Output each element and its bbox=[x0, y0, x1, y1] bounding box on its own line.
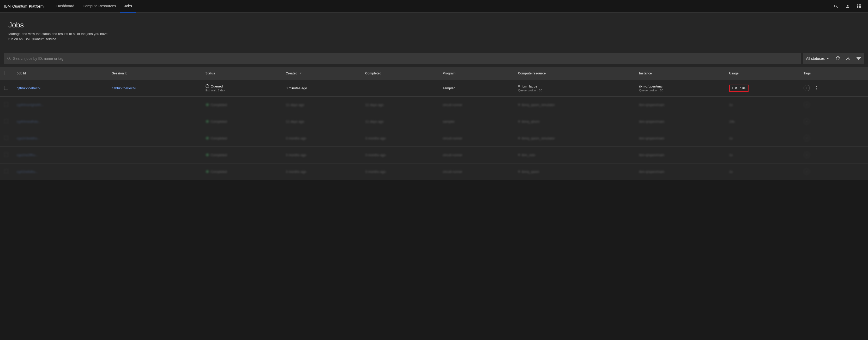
cr-name-text: ibm_oslo bbox=[522, 153, 535, 157]
row-select-cell[interactable] bbox=[0, 80, 12, 96]
nav-jobs[interactable]: Jobs bbox=[120, 0, 136, 12]
select-all-checkbox[interactable] bbox=[4, 71, 8, 75]
add-tag-button[interactable]: + bbox=[804, 85, 810, 91]
select-all-header[interactable] bbox=[0, 67, 12, 80]
row-checkbox[interactable] bbox=[4, 169, 8, 173]
filter-icon bbox=[857, 56, 861, 61]
cr-status-dot bbox=[518, 85, 520, 87]
add-tag-button[interactable]: + bbox=[804, 102, 810, 108]
row-program: sampler bbox=[438, 113, 514, 130]
row-compute-resource: ibmq_qhorn bbox=[514, 113, 635, 130]
col-usage-label: Usage bbox=[729, 72, 739, 75]
completed-icon bbox=[206, 153, 209, 157]
svg-rect-6 bbox=[857, 7, 858, 8]
usage-value: 19s bbox=[729, 120, 735, 123]
status-filter-dropdown[interactable]: All statuses bbox=[803, 53, 833, 64]
row-job-id: cg4hhneafhdu... bbox=[12, 113, 108, 130]
instance-queue: Queue position: 50 bbox=[639, 89, 721, 92]
cr-status-dot bbox=[518, 104, 520, 106]
row-created: 11 days ago bbox=[282, 96, 361, 113]
col-compute-resource: Compute resource bbox=[514, 67, 635, 80]
row-compute-resource: ibmq_qasm_simulator bbox=[514, 130, 635, 146]
row-usage: 1s bbox=[725, 96, 800, 113]
page-title: Jobs bbox=[8, 21, 860, 29]
col-tags-label: Tags bbox=[804, 72, 811, 75]
row-tags: + bbox=[799, 146, 868, 163]
table-row: cjthhk7toe8ecf9... cjthhk7toe8ecf9... Qu… bbox=[0, 80, 868, 96]
col-tags: Tags bbox=[799, 67, 868, 80]
search-icon bbox=[834, 4, 838, 8]
usage-value: 1s bbox=[729, 136, 733, 140]
row-compute-resource: ibm_oslo bbox=[514, 146, 635, 163]
row-checkbox[interactable] bbox=[4, 152, 8, 157]
toolbar: All statuses bbox=[0, 50, 868, 67]
cr-status-dot bbox=[518, 120, 520, 122]
row-session-id bbox=[108, 113, 202, 130]
usage-value-highlighted: Est. 7.9s bbox=[729, 85, 749, 92]
col-created[interactable]: Created ▼ bbox=[282, 67, 361, 80]
row-completed: 3 months ago bbox=[361, 163, 438, 180]
instance-name: ibm-q/open/main bbox=[639, 120, 721, 123]
brand-quantum: Quantum bbox=[12, 4, 27, 8]
row-checkbox[interactable] bbox=[4, 102, 8, 107]
col-job-id: Job Id bbox=[12, 67, 108, 80]
row-job-id: cjthhk7toe8ecf9... bbox=[12, 80, 108, 96]
row-program: circuit-runner bbox=[438, 96, 514, 113]
nav-dashboard[interactable]: Dashboard bbox=[52, 0, 79, 12]
completed-icon bbox=[206, 170, 209, 173]
svg-rect-3 bbox=[857, 6, 858, 7]
row-instance: ibm-q/open/main bbox=[635, 113, 725, 130]
user-icon-btn[interactable] bbox=[843, 2, 852, 11]
queue-spinner-icon bbox=[206, 84, 209, 88]
export-button[interactable] bbox=[843, 53, 854, 64]
completed-icon bbox=[206, 103, 209, 107]
search-input[interactable] bbox=[13, 56, 798, 61]
row-more-button[interactable]: ⋮ bbox=[812, 84, 821, 92]
svg-rect-2 bbox=[860, 4, 861, 5]
nav-compute-resources[interactable]: Compute Resources bbox=[79, 0, 120, 12]
add-tag-button[interactable]: + bbox=[804, 118, 810, 124]
apps-icon-btn[interactable] bbox=[855, 2, 864, 11]
col-usage: Usage bbox=[725, 67, 800, 80]
row-status: Completed bbox=[202, 130, 282, 146]
row-select-cell[interactable] bbox=[0, 146, 12, 163]
filter-button[interactable] bbox=[854, 53, 864, 64]
row-completed: 3 months ago bbox=[361, 130, 438, 146]
row-select-cell[interactable] bbox=[0, 130, 12, 146]
row-program: circuit-runner bbox=[438, 146, 514, 163]
row-job-id: cga1he2ffhu... bbox=[12, 146, 108, 163]
row-checkbox[interactable] bbox=[4, 86, 8, 90]
row-select-cell[interactable] bbox=[0, 113, 12, 130]
row-completed: 11 days ago bbox=[361, 113, 438, 130]
col-program: Program bbox=[438, 67, 514, 80]
cr-name-text: ibm_lagos bbox=[522, 84, 537, 88]
apps-icon bbox=[857, 4, 861, 8]
instance-name: ibm-q/open/main bbox=[639, 170, 721, 174]
search-container bbox=[4, 53, 801, 64]
row-select-cell[interactable] bbox=[0, 163, 12, 180]
col-program-label: Program bbox=[443, 72, 455, 75]
col-session-id: Session Id bbox=[108, 67, 202, 80]
page-subtitle: Manage and view the status and results o… bbox=[8, 31, 113, 41]
row-checkbox[interactable] bbox=[4, 136, 8, 140]
row-usage: 19s bbox=[725, 113, 800, 130]
row-select-cell[interactable] bbox=[0, 96, 12, 113]
col-completed: Completed bbox=[361, 67, 438, 80]
col-status-label: Status bbox=[206, 72, 215, 75]
row-job-id: cg4hhne4ghd4h... bbox=[12, 96, 108, 113]
col-created-label: Created bbox=[286, 72, 298, 75]
cr-name-text: ibmq_qasm bbox=[522, 170, 539, 174]
search-icon bbox=[7, 57, 11, 60]
row-instance: ibm-q/open/main bbox=[635, 146, 725, 163]
row-instance: ibm-q/open/main Queue position: 50 bbox=[635, 80, 725, 96]
row-checkbox[interactable] bbox=[4, 119, 8, 123]
completed-icon bbox=[206, 136, 209, 140]
row-completed: 3 months ago bbox=[361, 146, 438, 163]
search-icon-btn[interactable] bbox=[832, 2, 841, 11]
add-tag-button[interactable]: + bbox=[804, 135, 810, 141]
add-tag-button[interactable]: + bbox=[804, 168, 810, 175]
add-tag-button[interactable]: + bbox=[804, 152, 810, 158]
row-session-id: cjthhk7toe8ecf9... bbox=[108, 80, 202, 96]
svg-rect-5 bbox=[860, 6, 861, 7]
refresh-button[interactable] bbox=[833, 53, 843, 64]
